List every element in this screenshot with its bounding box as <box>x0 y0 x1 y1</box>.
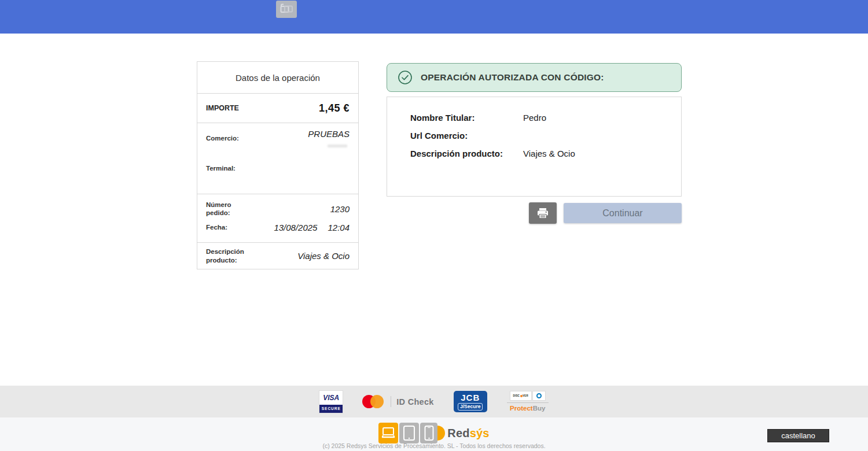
broken-image-icon <box>276 1 297 18</box>
jcb-jsecure-logo: JCB J/Secure <box>454 391 487 412</box>
detail-row-url: Url Comercio: <box>410 131 681 141</box>
nombre-titular-value: Pedro <box>523 113 546 123</box>
fecha-time-value: 12:04 <box>328 223 350 232</box>
redsys-logo: Redsýs <box>0 423 868 443</box>
footer-area: Redsýs (c) 2025 Redsys Servicios de Proc… <box>0 417 868 451</box>
descripcion-producto-label: Descripción producto: <box>410 149 523 158</box>
redsys-text-red: Red <box>447 427 469 439</box>
descripcion-value: Viajes & Ocio <box>297 251 350 261</box>
check-circle-icon <box>398 70 413 85</box>
visa-brand-text: VISA <box>319 391 343 405</box>
divider <box>391 396 391 407</box>
numero-pedido-label: Número pedido: <box>206 201 240 217</box>
protectbuy-buy-text: Buy <box>533 405 546 412</box>
detail-row-producto: Descripción producto: Viajes & Ocio <box>410 149 681 158</box>
card-title: Datos de la operación <box>197 62 358 94</box>
terminal-label: Terminal: <box>206 165 236 172</box>
discover-protectbuy-logo: DISCVER ProtectBuy <box>507 391 549 412</box>
pedido-fecha-section: Número pedido: 1230 Fecha: 13/08/2025 12… <box>197 194 358 243</box>
redsys-text-sys: sýs <box>470 427 490 439</box>
copyright-text: (c) 2025 Redsys Servicios de Procesamien… <box>0 442 868 449</box>
discover-text-right: VER <box>523 394 528 397</box>
authorization-message: OPERACIÓN AUTORIZADA CON CÓDIGO: <box>421 72 604 83</box>
nombre-titular-label: Nombre Titular: <box>410 113 523 123</box>
fecha-date-value: 13/08/2025 <box>274 223 317 232</box>
jsecure-badge: J/Secure <box>458 403 483 411</box>
visa-secure-text: SECURE <box>319 405 343 413</box>
mastercard-id-check-logo: ID Check <box>362 395 433 408</box>
diners-circle-icon <box>536 393 542 398</box>
print-button[interactable] <box>529 202 557 224</box>
header-bar <box>0 0 868 34</box>
authorization-banner: OPERACIÓN AUTORIZADA CON CÓDIGO: <box>387 63 682 92</box>
importe-label: IMPORTE <box>206 104 239 112</box>
descripcion-row: Descripción producto: Viajes & Ocio <box>197 243 358 269</box>
redacted-merchant-code <box>328 145 347 147</box>
fecha-label: Fecha: <box>206 223 227 231</box>
comercio-terminal-section: Comercio: PRUEBAS Terminal: <box>197 123 358 194</box>
detail-row-titular: Nombre Titular: Pedro <box>410 113 681 123</box>
printer-icon <box>536 208 549 219</box>
continue-button[interactable]: Continuar <box>564 203 682 223</box>
jcb-brand-text: JCB <box>461 393 480 402</box>
language-selector-button[interactable]: castellano <box>767 429 829 442</box>
descripcion-label: Descripción producto: <box>206 247 247 264</box>
visa-secure-logo: VISA SECURE <box>319 391 343 413</box>
importe-row: IMPORTE 1,45 € <box>197 94 358 123</box>
comercio-label: Comercio: <box>206 134 239 142</box>
url-comercio-label: Url Comercio: <box>410 131 523 141</box>
discover-mini-logo: DISCVER <box>510 391 531 400</box>
id-check-text: ID Check <box>396 397 433 406</box>
mastercard-orange-circle-icon <box>370 395 384 408</box>
discover-orange-ball-icon <box>520 395 523 397</box>
redsys-orange-shape <box>437 426 445 441</box>
importe-value: 1,45 € <box>319 102 350 114</box>
authorization-details-panel: Nombre Titular: Pedro Url Comercio: Desc… <box>387 97 682 197</box>
phone-icon <box>420 423 437 443</box>
numero-pedido-value: 1230 <box>330 204 350 214</box>
protectbuy-protect-text: Protect <box>510 405 533 412</box>
diners-club-mini-logo <box>533 391 545 400</box>
tablet-icon <box>399 423 419 443</box>
comercio-value: PRUEBAS <box>308 129 350 139</box>
discover-text-left: DISC <box>513 394 520 397</box>
descripcion-producto-value: Viajes & Ocio <box>523 149 575 158</box>
card-schemes-strip: VISA SECURE ID Check JCB J/Secure DISCVE… <box>0 386 868 417</box>
operation-data-card: Datos de la operación IMPORTE 1,45 € Com… <box>197 61 359 269</box>
laptop-icon <box>378 423 398 443</box>
